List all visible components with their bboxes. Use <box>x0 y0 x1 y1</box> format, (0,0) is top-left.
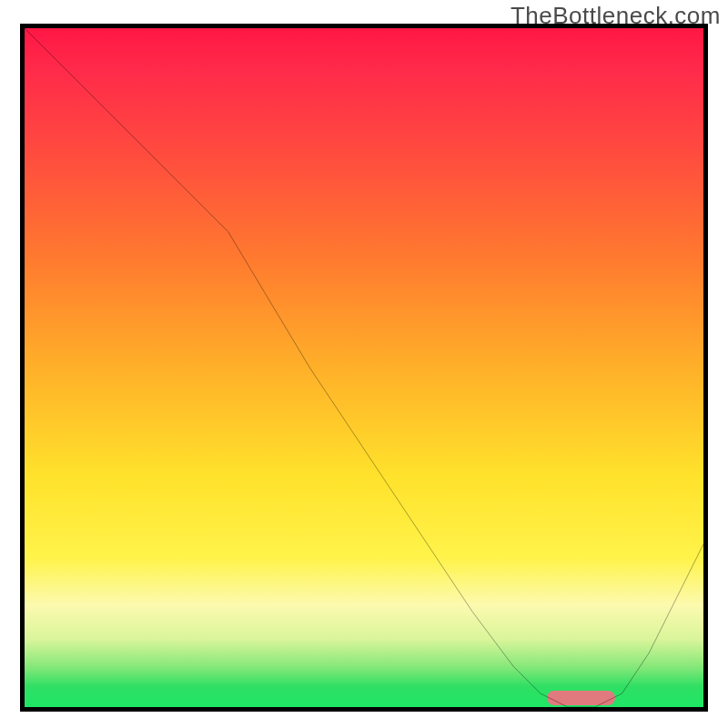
bottleneck-curve <box>25 28 703 707</box>
plot-border <box>20 24 708 712</box>
chart-frame: TheBottleneck.com <box>0 0 728 728</box>
watermark-text: TheBottleneck.com <box>511 2 721 30</box>
plot-area <box>25 28 703 707</box>
curve-path <box>25 28 703 707</box>
